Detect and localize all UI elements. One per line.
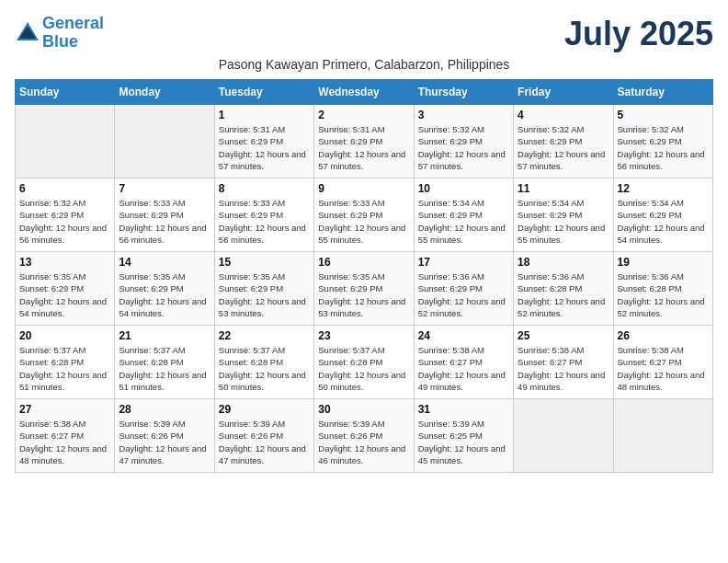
calendar-cell: 5Sunrise: 5:32 AM Sunset: 6:29 PM Daylig… — [613, 105, 712, 178]
calendar-week-row: 1Sunrise: 5:31 AM Sunset: 6:29 PM Daylig… — [16, 105, 713, 178]
day-info: Sunrise: 5:33 AM Sunset: 6:29 PM Dayligh… — [119, 197, 210, 246]
calendar-cell: 3Sunrise: 5:32 AM Sunset: 6:29 PM Daylig… — [414, 105, 513, 178]
day-info: Sunrise: 5:34 AM Sunset: 6:29 PM Dayligh… — [618, 197, 709, 246]
day-number: 14 — [119, 256, 210, 269]
day-info: Sunrise: 5:36 AM Sunset: 6:28 PM Dayligh… — [618, 270, 709, 319]
day-number: 1 — [219, 109, 310, 121]
day-info: Sunrise: 5:39 AM Sunset: 6:26 PM Dayligh… — [219, 418, 310, 466]
day-number: 24 — [418, 329, 509, 342]
day-info: Sunrise: 5:37 AM Sunset: 6:28 PM Dayligh… — [219, 344, 310, 393]
day-info: Sunrise: 5:37 AM Sunset: 6:28 PM Dayligh… — [119, 344, 210, 393]
calendar-cell: 22Sunrise: 5:37 AM Sunset: 6:28 PM Dayli… — [214, 326, 313, 399]
calendar-cell: 9Sunrise: 5:33 AM Sunset: 6:29 PM Daylig… — [314, 178, 414, 252]
calendar-cell: 6Sunrise: 5:32 AM Sunset: 6:29 PM Daylig… — [16, 178, 115, 252]
calendar-cell — [514, 399, 613, 473]
calendar-cell: 28Sunrise: 5:39 AM Sunset: 6:26 PM Dayli… — [115, 399, 214, 473]
day-number: 28 — [119, 403, 210, 416]
day-info: Sunrise: 5:39 AM Sunset: 6:26 PM Dayligh… — [318, 418, 409, 466]
day-number: 8 — [219, 182, 310, 195]
day-info: Sunrise: 5:34 AM Sunset: 6:29 PM Dayligh… — [418, 197, 509, 246]
day-of-week-header: Monday — [115, 80, 214, 105]
calendar-cell: 23Sunrise: 5:37 AM Sunset: 6:28 PM Dayli… — [314, 326, 414, 399]
calendar-cell: 25Sunrise: 5:38 AM Sunset: 6:27 PM Dayli… — [514, 326, 613, 399]
page-header: GeneralBlue July 2025 — [15, 15, 713, 53]
day-info: Sunrise: 5:33 AM Sunset: 6:29 PM Dayligh… — [219, 197, 310, 246]
day-info: Sunrise: 5:32 AM Sunset: 6:29 PM Dayligh… — [418, 123, 509, 172]
day-number: 13 — [19, 256, 110, 269]
day-number: 19 — [618, 256, 709, 269]
day-of-week-header: Tuesday — [214, 80, 313, 105]
day-number: 31 — [418, 403, 509, 416]
calendar-week-row: 20Sunrise: 5:37 AM Sunset: 6:28 PM Dayli… — [16, 326, 713, 399]
calendar-cell: 20Sunrise: 5:37 AM Sunset: 6:28 PM Dayli… — [16, 326, 115, 399]
calendar-week-row: 6Sunrise: 5:32 AM Sunset: 6:29 PM Daylig… — [16, 178, 713, 252]
calendar-cell: 27Sunrise: 5:38 AM Sunset: 6:27 PM Dayli… — [16, 399, 115, 473]
day-number: 3 — [418, 109, 509, 121]
logo-icon — [15, 20, 40, 46]
calendar-cell: 30Sunrise: 5:39 AM Sunset: 6:26 PM Dayli… — [314, 399, 414, 473]
day-info: Sunrise: 5:37 AM Sunset: 6:28 PM Dayligh… — [318, 344, 409, 393]
calendar-cell: 16Sunrise: 5:35 AM Sunset: 6:29 PM Dayli… — [314, 252, 414, 326]
day-number: 9 — [318, 182, 409, 195]
day-info: Sunrise: 5:35 AM Sunset: 6:29 PM Dayligh… — [119, 270, 210, 319]
day-number: 18 — [518, 256, 609, 269]
day-number: 20 — [19, 329, 110, 342]
day-info: Sunrise: 5:31 AM Sunset: 6:29 PM Dayligh… — [219, 123, 310, 172]
day-number: 6 — [19, 182, 110, 195]
day-number: 16 — [318, 256, 409, 269]
calendar-cell: 17Sunrise: 5:36 AM Sunset: 6:29 PM Dayli… — [414, 252, 513, 326]
day-number: 30 — [318, 403, 409, 416]
day-number: 15 — [219, 256, 310, 269]
day-number: 17 — [418, 256, 509, 269]
day-info: Sunrise: 5:38 AM Sunset: 6:27 PM Dayligh… — [618, 344, 709, 393]
day-info: Sunrise: 5:32 AM Sunset: 6:29 PM Dayligh… — [518, 123, 609, 172]
day-number: 29 — [219, 403, 310, 416]
calendar-cell: 8Sunrise: 5:33 AM Sunset: 6:29 PM Daylig… — [214, 178, 313, 252]
calendar-cell: 31Sunrise: 5:39 AM Sunset: 6:25 PM Dayli… — [414, 399, 513, 473]
logo: GeneralBlue — [15, 15, 104, 52]
calendar-cell — [613, 399, 712, 473]
day-info: Sunrise: 5:38 AM Sunset: 6:27 PM Dayligh… — [418, 344, 509, 393]
logo-text: GeneralBlue — [42, 15, 104, 52]
day-number: 12 — [618, 182, 709, 195]
calendar-cell — [16, 105, 115, 178]
calendar-week-row: 13Sunrise: 5:35 AM Sunset: 6:29 PM Dayli… — [16, 252, 713, 326]
day-of-week-header: Friday — [514, 80, 613, 105]
calendar-cell: 14Sunrise: 5:35 AM Sunset: 6:29 PM Dayli… — [115, 252, 214, 326]
day-info: Sunrise: 5:38 AM Sunset: 6:27 PM Dayligh… — [518, 344, 609, 393]
calendar-week-row: 27Sunrise: 5:38 AM Sunset: 6:27 PM Dayli… — [16, 399, 713, 473]
day-info: Sunrise: 5:38 AM Sunset: 6:27 PM Dayligh… — [19, 418, 110, 466]
day-info: Sunrise: 5:32 AM Sunset: 6:29 PM Dayligh… — [618, 123, 709, 172]
day-info: Sunrise: 5:35 AM Sunset: 6:29 PM Dayligh… — [318, 270, 409, 319]
calendar-cell: 11Sunrise: 5:34 AM Sunset: 6:29 PM Dayli… — [514, 178, 613, 252]
month-title: July 2025 — [564, 15, 713, 53]
day-info: Sunrise: 5:35 AM Sunset: 6:29 PM Dayligh… — [219, 270, 310, 319]
day-info: Sunrise: 5:36 AM Sunset: 6:28 PM Dayligh… — [518, 270, 609, 319]
day-info: Sunrise: 5:34 AM Sunset: 6:29 PM Dayligh… — [518, 197, 609, 246]
calendar-cell — [115, 105, 214, 178]
day-number: 26 — [618, 329, 709, 342]
calendar-cell: 18Sunrise: 5:36 AM Sunset: 6:28 PM Dayli… — [514, 252, 613, 326]
day-info: Sunrise: 5:32 AM Sunset: 6:29 PM Dayligh… — [19, 197, 110, 246]
calendar-cell: 4Sunrise: 5:32 AM Sunset: 6:29 PM Daylig… — [514, 105, 613, 178]
calendar-cell: 13Sunrise: 5:35 AM Sunset: 6:29 PM Dayli… — [16, 252, 115, 326]
day-number: 11 — [518, 182, 609, 195]
calendar-cell: 19Sunrise: 5:36 AM Sunset: 6:28 PM Dayli… — [613, 252, 712, 326]
day-info: Sunrise: 5:39 AM Sunset: 6:26 PM Dayligh… — [119, 418, 210, 466]
day-of-week-header: Wednesday — [314, 80, 414, 105]
calendar-cell: 15Sunrise: 5:35 AM Sunset: 6:29 PM Dayli… — [214, 252, 313, 326]
day-info: Sunrise: 5:37 AM Sunset: 6:28 PM Dayligh… — [19, 344, 110, 393]
calendar-cell: 10Sunrise: 5:34 AM Sunset: 6:29 PM Dayli… — [414, 178, 513, 252]
calendar-cell: 7Sunrise: 5:33 AM Sunset: 6:29 PM Daylig… — [115, 178, 214, 252]
day-number: 23 — [318, 329, 409, 342]
day-number: 25 — [518, 329, 609, 342]
day-info: Sunrise: 5:33 AM Sunset: 6:29 PM Dayligh… — [318, 197, 409, 246]
day-number: 2 — [318, 109, 409, 121]
day-number: 27 — [19, 403, 110, 416]
calendar-cell: 24Sunrise: 5:38 AM Sunset: 6:27 PM Dayli… — [414, 326, 513, 399]
calendar-body: 1Sunrise: 5:31 AM Sunset: 6:29 PM Daylig… — [16, 105, 713, 473]
day-of-week-header: Sunday — [16, 80, 115, 105]
day-of-week-header: Thursday — [414, 80, 513, 105]
day-number: 5 — [618, 109, 709, 121]
day-info: Sunrise: 5:39 AM Sunset: 6:25 PM Dayligh… — [418, 418, 509, 466]
